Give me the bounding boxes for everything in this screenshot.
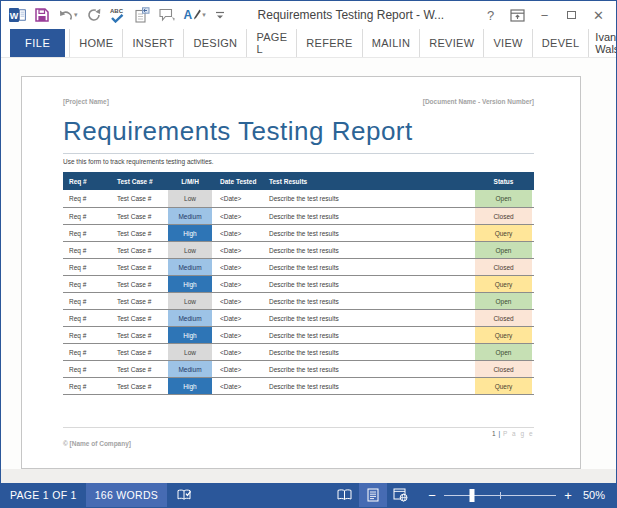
table-cell[interactable]: Test Case #: [111, 259, 166, 275]
priority-cell[interactable]: Low: [166, 190, 214, 207]
priority-cell[interactable]: Medium: [166, 310, 214, 326]
status-cell[interactable]: Open: [473, 190, 534, 207]
save-icon[interactable]: [35, 8, 49, 22]
table-cell[interactable]: <Date>: [214, 208, 263, 224]
table-cell[interactable]: Describe the test results: [263, 259, 473, 275]
table-cell[interactable]: Test Case #: [111, 293, 166, 309]
table-cell[interactable]: Test Case #: [111, 344, 166, 360]
status-cell[interactable]: Open: [473, 242, 534, 258]
tab-file[interactable]: FILE: [10, 29, 65, 57]
restore-button[interactable]: [558, 3, 585, 27]
table-cell[interactable]: Req #: [63, 327, 111, 343]
table-cell[interactable]: Req #: [63, 242, 111, 258]
page-indicator[interactable]: PAGE 1 OF 1: [1, 483, 86, 507]
table-cell[interactable]: <Date>: [214, 327, 263, 343]
tab-mailin[interactable]: MAILIN: [363, 29, 420, 57]
table-cell[interactable]: Describe the test results: [263, 293, 473, 309]
table-cell[interactable]: <Date>: [214, 276, 263, 292]
read-mode-button[interactable]: [331, 483, 359, 507]
document-page[interactable]: [Project Name] [Document Name - Version …: [21, 76, 581, 469]
minimize-button[interactable]: −: [531, 3, 558, 27]
company-name[interactable]: © [Name of Company]: [63, 440, 534, 447]
tab-view[interactable]: VIEW: [484, 29, 532, 57]
status-cell[interactable]: Closed: [473, 259, 534, 275]
status-cell[interactable]: Query: [473, 276, 534, 292]
status-cell[interactable]: Closed: [473, 361, 534, 377]
tab-home[interactable]: HOME: [69, 29, 123, 57]
zoom-slider-handle[interactable]: [469, 489, 474, 502]
table-cell[interactable]: Test Case #: [111, 190, 166, 207]
table-cell[interactable]: Req #: [63, 310, 111, 326]
table-cell[interactable]: Req #: [63, 344, 111, 360]
status-cell[interactable]: Query: [473, 327, 534, 343]
table-cell[interactable]: Describe the test results: [263, 242, 473, 258]
priority-cell[interactable]: High: [166, 225, 214, 241]
status-cell[interactable]: Query: [473, 225, 534, 241]
status-cell[interactable]: Closed: [473, 310, 534, 326]
account-menu[interactable]: Ivan Walsh ▾: [589, 29, 617, 57]
table-cell[interactable]: <Date>: [214, 259, 263, 275]
header-project-name[interactable]: [Project Name]: [63, 98, 109, 105]
priority-cell[interactable]: High: [166, 276, 214, 292]
table-cell[interactable]: <Date>: [214, 378, 263, 394]
zoom-in-button[interactable]: +: [563, 489, 573, 502]
word-count[interactable]: 166 WORDS: [86, 483, 167, 507]
table-cell[interactable]: Test Case #: [111, 361, 166, 377]
table-cell[interactable]: <Date>: [214, 242, 263, 258]
qat-customize-icon[interactable]: [215, 10, 225, 20]
help-button[interactable]: ?: [477, 3, 504, 27]
web-layout-button[interactable]: [387, 483, 415, 507]
tab-refere[interactable]: REFERE: [297, 29, 362, 57]
tab-insert[interactable]: INSERT: [123, 29, 184, 57]
table-cell[interactable]: Describe the test results: [263, 344, 473, 360]
table-cell[interactable]: Test Case #: [111, 242, 166, 258]
table-cell[interactable]: <Date>: [214, 190, 263, 207]
tab-design[interactable]: DESIGN: [184, 29, 247, 57]
table-cell[interactable]: Test Case #: [111, 310, 166, 326]
callout-icon[interactable]: [159, 8, 175, 22]
table-cell[interactable]: Describe the test results: [263, 208, 473, 224]
table-cell[interactable]: Req #: [63, 361, 111, 377]
document-title[interactable]: Requirements Testing Report: [63, 116, 534, 147]
priority-cell[interactable]: High: [166, 327, 214, 343]
insert-page-icon[interactable]: [133, 7, 150, 23]
priority-cell[interactable]: Medium: [166, 259, 214, 275]
priority-cell[interactable]: Medium: [166, 361, 214, 377]
priority-cell[interactable]: Low: [166, 293, 214, 309]
priority-cell[interactable]: Medium: [166, 208, 214, 224]
status-cell[interactable]: Open: [473, 293, 534, 309]
tab-review[interactable]: REVIEW: [420, 29, 484, 57]
table-cell[interactable]: Req #: [63, 378, 111, 394]
zoom-slider[interactable]: [444, 488, 556, 502]
table-cell[interactable]: Req #: [63, 208, 111, 224]
redo-icon[interactable]: [87, 8, 101, 22]
tab-page-l[interactable]: PAGE L: [247, 29, 297, 57]
table-cell[interactable]: Describe the test results: [263, 327, 473, 343]
close-button[interactable]: ✕: [585, 3, 612, 27]
font-color-icon[interactable]: A▾: [184, 9, 206, 21]
proofing-status-icon[interactable]: [167, 483, 202, 507]
zoom-level[interactable]: 50%: [583, 483, 616, 507]
tab-devel[interactable]: DEVEL: [533, 29, 590, 57]
undo-icon[interactable]: ▾: [58, 9, 78, 22]
table-cell[interactable]: <Date>: [214, 225, 263, 241]
table-cell[interactable]: Test Case #: [111, 327, 166, 343]
table-cell[interactable]: <Date>: [214, 361, 263, 377]
table-cell[interactable]: Test Case #: [111, 378, 166, 394]
table-cell[interactable]: Req #: [63, 225, 111, 241]
table-cell[interactable]: Req #: [63, 259, 111, 275]
table-cell[interactable]: Req #: [63, 190, 111, 207]
header-document-name[interactable]: [Document Name - Version Number]: [423, 98, 534, 105]
table-cell[interactable]: Test Case #: [111, 208, 166, 224]
print-layout-button[interactable]: [359, 483, 387, 507]
priority-cell[interactable]: Low: [166, 344, 214, 360]
priority-cell[interactable]: High: [166, 378, 214, 394]
status-cell[interactable]: Open: [473, 344, 534, 360]
table-cell[interactable]: Req #: [63, 293, 111, 309]
table-cell[interactable]: Describe the test results: [263, 361, 473, 377]
status-cell[interactable]: Closed: [473, 208, 534, 224]
intro-text[interactable]: Use this form to track requirements test…: [63, 158, 534, 165]
table-cell[interactable]: Describe the test results: [263, 310, 473, 326]
table-cell[interactable]: Req #: [63, 276, 111, 292]
table-cell[interactable]: Describe the test results: [263, 276, 473, 292]
